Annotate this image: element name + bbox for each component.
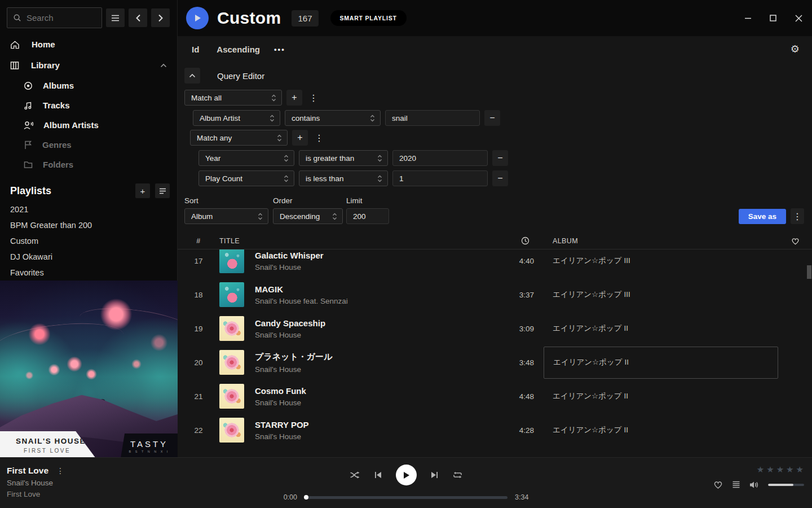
track-title: Galactic Whisper bbox=[255, 251, 495, 260]
next-button[interactable] bbox=[430, 471, 439, 479]
add-rule-button[interactable]: + bbox=[286, 90, 302, 106]
table-row[interactable]: 19 Candy Spaceship Snail's House 3:09 エイ… bbox=[178, 312, 812, 345]
player-right-controls: ★★★★★ bbox=[713, 465, 804, 489]
sidebar-item-tracks[interactable]: Tracks bbox=[0, 95, 177, 115]
rule-field-select[interactable]: Album Artist bbox=[193, 110, 280, 126]
collapse-query-editor-button[interactable] bbox=[184, 68, 200, 84]
rule-value-input[interactable] bbox=[385, 110, 480, 126]
now-playing-artwork[interactable]: SNAIL'S HOUSE FIRST LOVE TASTY B S T N N… bbox=[0, 281, 178, 458]
star-icon[interactable]: ★ bbox=[776, 465, 784, 475]
playlist-options-button[interactable] bbox=[155, 183, 170, 198]
close-button[interactable] bbox=[791, 10, 806, 26]
col-duration[interactable] bbox=[495, 237, 534, 245]
save-kebab-menu[interactable]: ⋮ bbox=[791, 208, 804, 224]
clock-icon bbox=[521, 237, 529, 245]
minimize-button[interactable] bbox=[740, 10, 756, 26]
add-rule-button[interactable]: + bbox=[292, 130, 308, 146]
search-box[interactable] bbox=[7, 7, 102, 28]
rule-value-input[interactable] bbox=[392, 170, 488, 186]
volume-slider[interactable] bbox=[768, 484, 804, 486]
playlist-item[interactable]: Favorites bbox=[0, 265, 177, 281]
remove-rule-button[interactable]: − bbox=[492, 150, 508, 166]
track-album[interactable]: エイリアン☆ポップ III bbox=[553, 290, 778, 300]
star-icon[interactable]: ★ bbox=[757, 465, 765, 475]
col-title[interactable]: TITLE bbox=[219, 237, 495, 245]
remove-rule-button[interactable]: − bbox=[492, 170, 508, 186]
order-select[interactable]: Descending bbox=[273, 208, 343, 224]
add-playlist-button[interactable]: + bbox=[135, 183, 150, 198]
now-playing-kebab-menu[interactable]: ⋮ bbox=[56, 466, 64, 475]
speaker-icon bbox=[749, 481, 759, 489]
track-album[interactable]: エイリアン☆ポップ III bbox=[553, 256, 778, 266]
forward-button[interactable] bbox=[151, 8, 170, 27]
rule-value-input[interactable] bbox=[392, 150, 488, 166]
playlist-item[interactable]: Custom bbox=[0, 233, 177, 249]
sidebar-item-albums[interactable]: Albums bbox=[0, 76, 177, 95]
sidebar-item-folders[interactable]: Folders bbox=[0, 155, 177, 174]
shuffle-button[interactable] bbox=[350, 471, 360, 479]
volume-button[interactable] bbox=[749, 481, 759, 489]
group-kebab-menu[interactable]: ⋮ bbox=[312, 130, 326, 146]
total-time: 3:34 bbox=[515, 493, 532, 501]
star-icon[interactable]: ★ bbox=[786, 465, 794, 475]
maximize-button[interactable] bbox=[765, 10, 781, 26]
table-row[interactable]: 20 プラネット・ガール Snail's House 3:48 エイリアン☆ポッ… bbox=[178, 345, 812, 379]
rule-operator-select[interactable]: is greater than bbox=[299, 150, 388, 166]
save-as-button[interactable]: Save as bbox=[739, 209, 786, 224]
previous-button[interactable] bbox=[374, 471, 382, 479]
settings-gear-icon[interactable]: ⚙ bbox=[791, 44, 800, 54]
star-icon[interactable]: ★ bbox=[796, 465, 804, 475]
track-album[interactable]: エイリアン☆ポップ II bbox=[553, 391, 778, 401]
match-mode-select[interactable]: Match any bbox=[190, 130, 288, 146]
table-row[interactable]: 18 MAGIK Snail's House feat. Sennzai 3:3… bbox=[178, 278, 812, 312]
playlist-item[interactable]: DJ Okawari bbox=[0, 249, 177, 265]
volume-fill bbox=[768, 484, 793, 486]
rule-field-select[interactable]: Play Count bbox=[198, 170, 294, 186]
repeat-button[interactable] bbox=[452, 471, 463, 479]
rule-operator-select[interactable]: contains bbox=[285, 110, 381, 126]
favorite-button[interactable] bbox=[713, 480, 723, 489]
sort-field-chip[interactable]: Id bbox=[192, 45, 199, 54]
col-favorite[interactable] bbox=[778, 237, 812, 245]
track-album[interactable]: エイリアン☆ポップ II bbox=[553, 425, 778, 435]
seek-handle[interactable] bbox=[304, 495, 308, 500]
col-number[interactable]: # bbox=[178, 237, 219, 245]
rule-operator-select[interactable]: is less than bbox=[299, 170, 388, 186]
back-button[interactable] bbox=[129, 8, 147, 27]
track-album[interactable]: エイリアン☆ポップ II bbox=[544, 347, 778, 379]
track-album[interactable]: エイリアン☆ポップ II bbox=[553, 323, 778, 334]
limit-input[interactable] bbox=[346, 208, 389, 224]
sort-select[interactable]: Album bbox=[184, 208, 268, 224]
table-row[interactable]: 21 Cosmo Funk Snail's House 4:48 エイリアン☆ポ… bbox=[178, 379, 812, 413]
seek-bar[interactable] bbox=[304, 496, 508, 499]
sort-order-chip[interactable]: Ascending bbox=[217, 45, 260, 54]
track-number: 21 bbox=[178, 392, 219, 401]
table-row[interactable]: 17 Galactic Whisper Snail's House 4:40 エ… bbox=[178, 249, 812, 278]
playlist-item[interactable]: BPM Greater than 200 bbox=[0, 217, 177, 233]
play-pause-button[interactable] bbox=[396, 465, 417, 485]
sidebar-item-album-artists[interactable]: Album Artists bbox=[0, 115, 177, 135]
star-icon[interactable]: ★ bbox=[766, 465, 774, 475]
sidebar-item-home[interactable]: Home bbox=[0, 34, 177, 55]
search-input[interactable] bbox=[27, 13, 96, 23]
menu-button[interactable] bbox=[106, 8, 125, 27]
limit-label: Limit bbox=[346, 196, 363, 205]
queue-button[interactable] bbox=[732, 481, 740, 488]
playlist-item[interactable]: 2021 bbox=[0, 202, 177, 217]
chevron-up-icon[interactable] bbox=[160, 63, 167, 68]
sidebar-item-genres[interactable]: Genres bbox=[0, 135, 177, 155]
rule-field-select[interactable]: Year bbox=[198, 150, 294, 166]
track-duration: 3:48 bbox=[495, 358, 534, 367]
play-playlist-button[interactable] bbox=[186, 7, 209, 29]
rating-stars[interactable]: ★★★★★ bbox=[757, 465, 804, 475]
match-mode-select[interactable]: Match all bbox=[184, 90, 282, 106]
table-row[interactable]: 22 STARRY POP Snail's House 4:28 エイリアン☆ポ… bbox=[178, 413, 812, 447]
remove-rule-button[interactable]: − bbox=[484, 110, 500, 126]
scrollbar-thumb[interactable] bbox=[807, 265, 811, 279]
group-kebab-menu[interactable]: ⋮ bbox=[307, 90, 320, 106]
more-options-icon[interactable]: ••• bbox=[274, 45, 285, 54]
sidebar: Home Library Albums bbox=[0, 0, 178, 457]
sidebar-item-library[interactable]: Library bbox=[0, 55, 177, 76]
select-updown-icon bbox=[332, 212, 337, 221]
col-album[interactable]: ALBUM bbox=[553, 237, 778, 245]
